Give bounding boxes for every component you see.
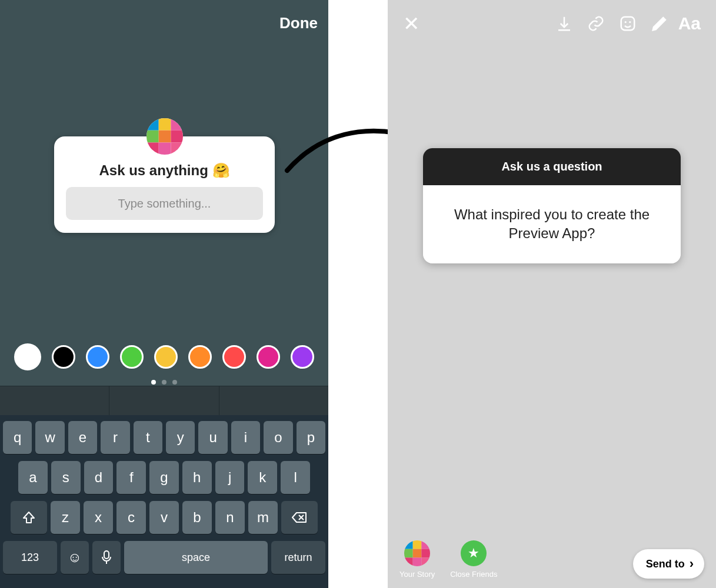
keyboard-suggestion-bar[interactable] <box>0 386 328 415</box>
mic-key[interactable] <box>92 541 121 574</box>
key-i[interactable]: i <box>231 421 260 454</box>
svg-rect-24 <box>422 557 431 566</box>
numbers-key[interactable]: 123 <box>3 541 57 574</box>
key-g[interactable]: g <box>149 461 179 494</box>
color-swatch[interactable] <box>188 345 212 369</box>
separator-gap <box>328 0 388 588</box>
key-b[interactable]: b <box>182 501 212 534</box>
svg-rect-6 <box>146 142 159 155</box>
svg-rect-8 <box>171 142 183 155</box>
key-c[interactable]: c <box>116 501 146 534</box>
svg-rect-20 <box>413 549 422 558</box>
key-h[interactable]: h <box>182 461 212 494</box>
emoji-key[interactable]: ☺ <box>61 541 89 574</box>
key-o[interactable]: o <box>264 421 292 454</box>
key-l[interactable]: l <box>281 461 310 494</box>
keyboard-row: zxcvbnm <box>3 501 325 534</box>
key-a[interactable]: a <box>18 461 48 494</box>
svg-rect-0 <box>146 118 159 131</box>
key-r[interactable]: r <box>101 421 129 454</box>
send-to-label: Send to <box>646 558 685 570</box>
svg-rect-11 <box>104 551 109 559</box>
phone-left-story-editor: Done Ask us anything 🤗 Type something...… <box>0 0 328 588</box>
keyboard-row: asdfghjkl <box>3 461 325 494</box>
answer-input[interactable]: Type something... <box>66 187 263 220</box>
suggestion-slot[interactable] <box>0 386 109 415</box>
color-swatch-row <box>0 345 328 370</box>
your-story-button[interactable]: Your Story <box>399 540 435 579</box>
space-key[interactable]: space <box>124 541 268 574</box>
suggestion-slot[interactable] <box>219 386 328 415</box>
svg-rect-1 <box>158 118 171 131</box>
key-n[interactable]: n <box>215 501 245 534</box>
close-friends-label: Close Friends <box>450 570 497 579</box>
key-f[interactable]: f <box>116 461 146 494</box>
color-swatch[interactable] <box>154 345 178 369</box>
keyboard-row: 123 ☺ space return <box>3 541 325 574</box>
keyboard-row: qwertyuiop <box>3 421 325 454</box>
question-response-card[interactable]: Ask us a question What inspired you to c… <box>423 148 681 263</box>
avatar <box>146 118 183 155</box>
close-button[interactable]: ✕ <box>403 14 419 34</box>
page-dot <box>162 380 166 385</box>
key-w[interactable]: w <box>35 421 64 454</box>
key-e[interactable]: e <box>68 421 97 454</box>
phone-right-story-preview: ✕ Aa Ask us a question What inspired you… <box>388 0 716 588</box>
chevron-right-icon: › <box>690 556 694 572</box>
svg-rect-21 <box>422 549 431 558</box>
key-k[interactable]: k <box>248 461 277 494</box>
key-u[interactable]: u <box>198 421 227 454</box>
svg-rect-22 <box>404 557 413 566</box>
key-p[interactable]: p <box>297 421 325 454</box>
your-story-avatar-icon <box>404 540 430 566</box>
close-friends-icon: ★ <box>461 540 487 566</box>
key-j[interactable]: j <box>215 461 245 494</box>
color-swatch[interactable] <box>291 345 314 369</box>
sticker-icon[interactable] <box>615 11 641 36</box>
key-t[interactable]: t <box>134 421 162 454</box>
your-story-label: Your Story <box>399 570 435 579</box>
text-tool[interactable]: Aa <box>678 11 701 36</box>
svg-point-14 <box>624 21 626 23</box>
page-dot <box>172 380 177 385</box>
key-q[interactable]: q <box>3 421 32 454</box>
svg-rect-19 <box>404 549 413 558</box>
key-x[interactable]: x <box>84 501 113 534</box>
response-body: What inspired you to create the Preview … <box>423 185 681 263</box>
draw-icon[interactable] <box>647 11 672 36</box>
download-icon[interactable] <box>551 11 577 36</box>
sticker-canvas[interactable]: Ask us anything 🤗 Type something... <box>0 0 328 386</box>
svg-rect-2 <box>171 118 183 131</box>
color-swatch[interactable] <box>14 343 41 370</box>
svg-rect-4 <box>158 131 171 143</box>
key-m[interactable]: m <box>248 501 278 534</box>
color-swatch[interactable] <box>222 345 246 369</box>
page-dot <box>151 380 156 385</box>
suggestion-slot[interactable] <box>109 386 219 415</box>
question-prompt-text[interactable]: Ask us anything 🤗 <box>66 162 263 179</box>
link-icon[interactable] <box>583 11 609 36</box>
color-swatch[interactable] <box>120 345 144 369</box>
key-y[interactable]: y <box>166 421 195 454</box>
response-header: Ask us a question <box>423 148 681 185</box>
shift-key[interactable] <box>11 501 47 534</box>
svg-rect-16 <box>404 540 413 549</box>
svg-rect-5 <box>171 131 183 143</box>
svg-rect-18 <box>422 540 431 549</box>
svg-rect-7 <box>158 142 171 155</box>
return-key[interactable]: return <box>271 541 325 574</box>
key-z[interactable]: z <box>51 501 80 534</box>
share-bottom-bar: Your Story ★ Close Friends Send to › <box>388 540 716 579</box>
color-swatch[interactable] <box>257 345 280 369</box>
soft-keyboard: qwertyuiop asdfghjkl zxcvbnm 123 ☺ space… <box>0 415 328 588</box>
backspace-key[interactable] <box>281 501 318 534</box>
close-friends-button[interactable]: ★ Close Friends <box>450 540 497 579</box>
svg-rect-13 <box>621 17 634 31</box>
question-sticker[interactable]: Ask us anything 🤗 Type something... <box>54 136 275 233</box>
color-swatch[interactable] <box>86 345 109 369</box>
color-swatch[interactable] <box>52 345 75 369</box>
key-v[interactable]: v <box>149 501 179 534</box>
key-s[interactable]: s <box>51 461 81 494</box>
key-d[interactable]: d <box>84 461 114 494</box>
send-to-button[interactable]: Send to › <box>633 549 704 579</box>
